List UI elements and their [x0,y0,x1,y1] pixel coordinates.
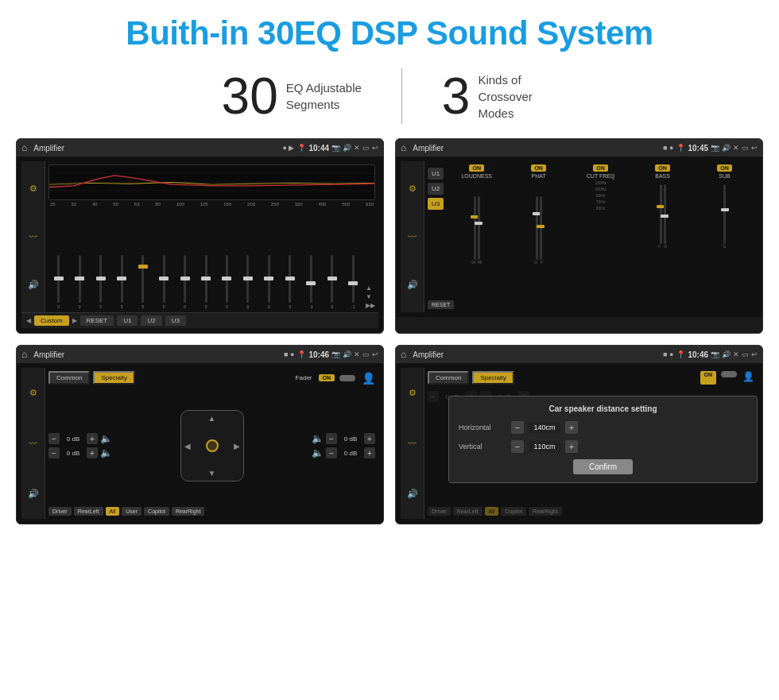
fader-ch1-plus[interactable]: + [87,433,98,444]
driver-btn[interactable]: Driver [48,507,72,516]
fader-main: Common Specialty Fader ON 👤 − 0 dB + [45,368,378,519]
dist-specialty-tab[interactable]: Specialty [472,371,514,385]
u1-crossover-btn[interactable]: U1 [428,168,444,180]
sidebar-wave-icon[interactable]: 〰 [408,232,417,242]
eq-screen: ⚙ 〰 🔊 [21,161,378,312]
fader-toggle-track[interactable] [339,375,355,381]
fader-screen: ⚙ 〰 🔊 Common Specialty Fader ON 👤 [21,368,378,519]
dist-all-btn[interactable]: All [485,507,499,516]
copilot-btn[interactable]: Copilot [144,507,169,516]
time-4: 10:46 [688,350,708,359]
nav-left[interactable]: ◀ [184,442,191,451]
channel-cutfreq: ON CUT FREQ 120Hz 100Hz 80Hz 70Hz 60Hz [571,164,630,296]
close-icon-1[interactable]: ✕ [354,144,360,152]
fader-toggle[interactable]: ON [319,374,335,381]
fader-ch4-minus[interactable]: − [326,447,337,458]
arrow-down[interactable]: ▼ [366,293,375,300]
channel-sub: ON SUB G [695,164,754,296]
home-icon-1[interactable]: ⌂ [21,142,27,153]
home-icon-3[interactable]: ⌂ [21,349,27,360]
eq-slider-0: 0 [48,255,68,309]
dist-sidebar-icon1[interactable]: ⚙ [409,388,417,398]
sub-scale: G [723,244,727,249]
fader-ch1-minus[interactable]: − [48,433,60,444]
horizontal-plus[interactable]: + [565,421,578,434]
fader-sidebar-icon2[interactable]: 〰 [29,439,37,448]
dist-rearleft-btn[interactable]: RearLeft [453,507,483,516]
vertical-minus[interactable]: − [511,440,524,453]
fader-ch4-plus[interactable]: + [364,447,375,458]
crossover-reset-btn[interactable]: RESET [428,300,454,309]
fader-ch3-minus[interactable]: − [326,433,337,444]
home-icon-4[interactable]: ⌂ [401,349,406,360]
confirm-button[interactable]: Confirm [573,459,633,474]
time-3: 10:46 [308,350,329,359]
loudness-label: LOUDNESS [461,173,492,179]
dist-car-icon[interactable]: 👤 [742,371,754,385]
bass-sliders [660,180,666,244]
custom-btn[interactable]: Custom [34,315,69,326]
fader-ch3-plus[interactable]: + [364,433,375,444]
fader-sidebar-icon1[interactable]: ⚙ [29,388,37,398]
dist-sidebar-icon2[interactable]: 〰 [408,439,417,448]
sidebar-eq-icon[interactable]: ⚙ [409,184,417,194]
eq-icon-3[interactable]: 🔊 [28,280,39,290]
rearright-btn[interactable]: RearRight [172,507,205,516]
bass-label: BASS [655,173,670,179]
crossover-label: Kinds of Crossover Modes [478,72,557,122]
dist-sidebar-icon3[interactable]: 🔊 [407,489,418,499]
specialty-tab[interactable]: Specialty [93,371,134,385]
fader-sidebar-icon3[interactable]: 🔊 [28,489,39,499]
u2-btn[interactable]: U2 [141,315,161,326]
fader-ch2-plus[interactable]: + [87,447,98,458]
joystick-center[interactable] [206,439,219,452]
status-icons-4: 📍 10:46 📷 🔊 ✕ ▭ ↩ [676,350,758,359]
car-settings-icon[interactable]: 👤 [362,372,375,385]
dist-copilot-btn[interactable]: Copilot [501,507,526,516]
phat-scale: G F [534,260,543,265]
next-icon[interactable]: ▶ [72,317,77,324]
vertical-plus[interactable]: + [565,440,578,453]
user-btn[interactable]: User [122,507,141,516]
channel-loudness: ON LOUDNESS [447,164,506,296]
prev-icon[interactable]: ◀ [26,317,31,324]
arrow-up[interactable]: ▲ [366,284,375,292]
eq-icon-1[interactable]: ⚙ [29,184,37,194]
dist-common-tab[interactable]: Common [428,371,469,385]
back-icon-1[interactable]: ↩ [372,144,378,152]
dist-toggle-track[interactable] [721,371,737,377]
home-icon-2[interactable]: ⌂ [401,142,406,153]
nav-up[interactable]: ▲ [208,414,216,423]
rearleft-btn[interactable]: RearLeft [74,507,103,516]
bass-scale: F G [658,244,667,249]
fader-left-controls: − 0 dB + 🔈 − 0 dB + 🔈 [48,433,112,458]
all-btn[interactable]: All [106,507,120,516]
sub-on-badge: ON [717,164,732,172]
eq-icon-2[interactable]: 〰 [29,232,37,242]
arrow-right[interactable]: ▶▶ [366,302,375,309]
u2-crossover-btn[interactable]: U2 [428,183,444,195]
horizontal-minus[interactable]: − [511,421,524,434]
bass-on-badge: ON [655,164,670,172]
window-icon-1[interactable]: ▭ [362,144,370,152]
dist-driver-btn[interactable]: Driver [428,507,451,516]
u1-btn[interactable]: U1 [117,315,138,326]
eq-slider-4: 5 [133,255,153,309]
distance-main: Common Specialty ON 👤 − 0 dB + [424,368,758,519]
nav-right[interactable]: ▶ [234,442,240,451]
sidebar-vol-icon[interactable]: 🔊 [407,280,418,290]
dist-rearright-btn[interactable]: RearRight [529,507,562,516]
u3-btn[interactable]: U3 [165,315,186,326]
eq-slider-2: 0 [91,255,110,309]
screen-distance: ⌂ Amplifier ■ ● 📍 10:46 📷 🔊 ✕ ▭ ↩ ⚙ 〰 🔊 [395,345,763,524]
fader-ch2-minus[interactable]: − [48,447,60,458]
screen-content-4: ⚙ 〰 🔊 Common Specialty ON 👤 [396,363,762,524]
reset-btn[interactable]: RESET [80,315,114,326]
distance-sidebar: ⚙ 〰 🔊 [401,368,424,519]
crossover-stat: 3 Kinds of Crossover Modes [402,71,598,122]
common-tab[interactable]: Common [48,371,90,385]
u3-crossover-btn[interactable]: U3 [428,198,444,210]
screen-eq: ⌂ Amplifier ● ▶ 📍 10:44 📷 🔊 ✕ ▭ ↩ ⚙ 〰 🔊 [16,138,384,334]
dist-fader-toggle[interactable]: ON [700,371,717,385]
nav-down[interactable]: ▼ [208,469,216,478]
